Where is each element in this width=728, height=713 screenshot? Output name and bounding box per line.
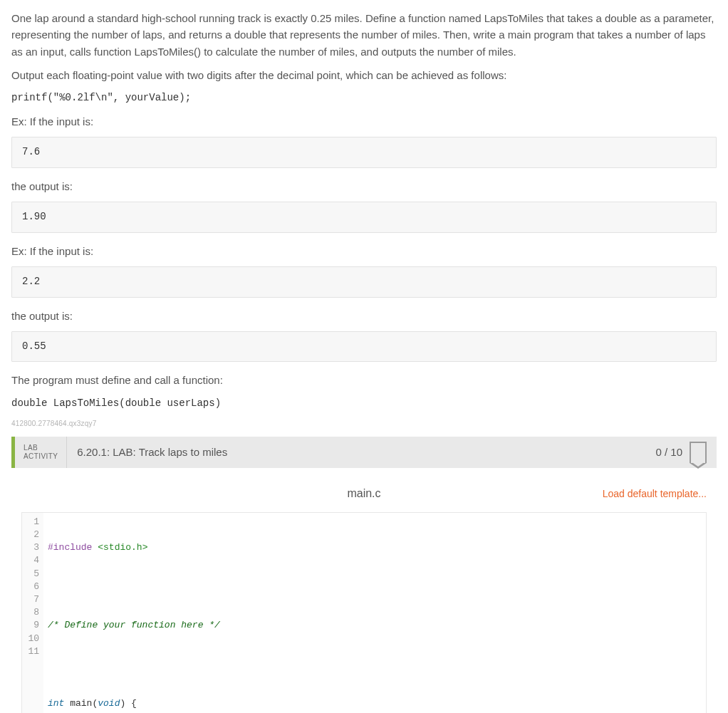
editor-filename: main.c bbox=[347, 485, 380, 503]
lab-tag-line1: LAB bbox=[24, 444, 58, 452]
line-number: 3 bbox=[24, 541, 39, 554]
function-signature: double LapsToMiles(double userLaps) bbox=[11, 396, 717, 412]
bookmark-icon[interactable] bbox=[690, 442, 707, 463]
lab-bar-left: LAB ACTIVITY 6.20.1: LAB: Track laps to … bbox=[15, 437, 227, 468]
example-output-label-1: the output is: bbox=[11, 178, 717, 194]
line-number: 10 bbox=[24, 633, 39, 645]
instruction-paragraph-1: One lap around a standard high-school ru… bbox=[11, 10, 717, 60]
editor-header: main.c Load default template... bbox=[21, 479, 707, 509]
example-input-box-2: 2.2 bbox=[11, 266, 717, 298]
line-number-gutter: 1 2 3 4 5 6 7 8 9 10 11 bbox=[22, 513, 43, 713]
code-content[interactable]: #include <stdio.h> /* Define your functi… bbox=[43, 513, 706, 713]
line-number: 2 bbox=[24, 529, 39, 541]
line-number: 4 bbox=[24, 554, 39, 567]
example-input-label-2: Ex: If the input is: bbox=[11, 243, 717, 259]
example-output-box-1: 1.90 bbox=[11, 202, 717, 233]
editor-section: main.c Load default template... 1 2 3 4 … bbox=[11, 468, 717, 713]
line-number: 1 bbox=[24, 516, 39, 529]
line-number: 8 bbox=[24, 606, 39, 619]
code-line: #include <stdio.h> bbox=[48, 541, 702, 554]
must-define-text: The program must define and call a funct… bbox=[11, 372, 717, 388]
line-number: 9 bbox=[24, 619, 39, 632]
example-input-label-1: Ex: If the input is: bbox=[11, 113, 717, 130]
example-output-label-2: the output is: bbox=[11, 308, 717, 324]
line-number: 6 bbox=[24, 581, 39, 593]
example-output-box-2: 0.55 bbox=[11, 331, 717, 363]
line-number: 11 bbox=[24, 645, 39, 658]
lab-score: 0 / 10 bbox=[655, 444, 682, 460]
load-default-template-link[interactable]: Load default template... bbox=[603, 486, 707, 502]
printf-example: printf("%0.2lf\n", yourValue); bbox=[11, 90, 717, 106]
lab-activity-bar: LAB ACTIVITY 6.20.1: LAB: Track laps to … bbox=[11, 437, 717, 468]
lab-title: 6.20.1: LAB: Track laps to miles bbox=[67, 444, 227, 460]
instruction-paragraph-2: Output each floating-point value with tw… bbox=[11, 67, 717, 83]
code-line: int main(void) { bbox=[48, 697, 702, 710]
line-number: 5 bbox=[24, 568, 39, 581]
example-input-box-1: 7.6 bbox=[11, 137, 717, 168]
lab-activity-tag: LAB ACTIVITY bbox=[15, 437, 67, 468]
code-line bbox=[48, 581, 702, 593]
code-editor[interactable]: 1 2 3 4 5 6 7 8 9 10 11 #include <stdio.… bbox=[21, 512, 707, 713]
line-number: 7 bbox=[24, 593, 39, 606]
code-line bbox=[48, 658, 702, 671]
lab-tag-line2: ACTIVITY bbox=[24, 452, 58, 461]
instructions-block: One lap around a standard high-school ru… bbox=[11, 10, 717, 430]
code-line: /* Define your function here */ bbox=[48, 619, 702, 632]
content-id: 412800.2778464.qx3zqy7 bbox=[11, 418, 717, 430]
lab-bar-right: 0 / 10 bbox=[655, 442, 707, 463]
